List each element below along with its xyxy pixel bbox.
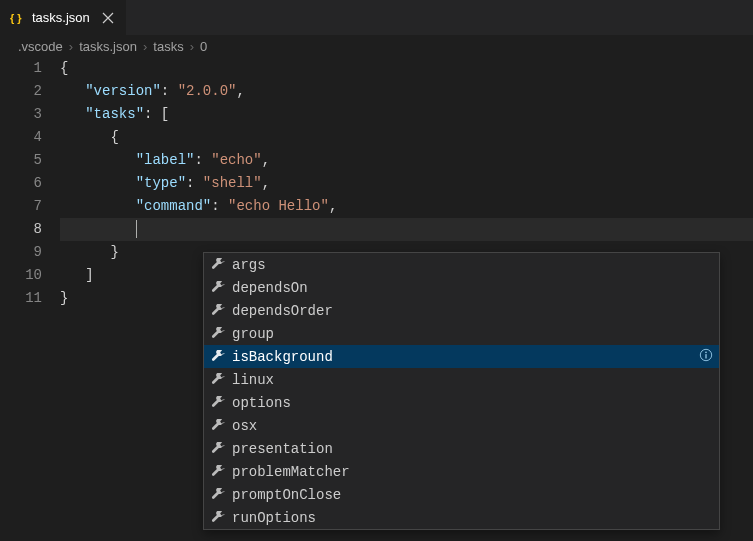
suggestion-item[interactable]: promptOnClose <box>204 483 719 506</box>
suggestion-label: isBackground <box>232 349 333 365</box>
editor-tab[interactable]: { } tasks.json <box>0 0 127 35</box>
wrench-icon <box>210 258 226 272</box>
code-line: { <box>60 126 753 149</box>
line-number: 8 <box>0 218 42 241</box>
code-line: "version": "2.0.0", <box>60 80 753 103</box>
line-number: 2 <box>0 80 42 103</box>
wrench-icon <box>210 327 226 341</box>
wrench-icon <box>210 511 226 525</box>
suggestion-label: presentation <box>232 441 333 457</box>
wrench-icon <box>210 281 226 295</box>
line-number: 1 <box>0 57 42 80</box>
code-line: "tasks": [ <box>60 103 753 126</box>
text-cursor <box>136 220 137 238</box>
line-number-gutter: 1234567891011 <box>0 57 60 310</box>
wrench-icon <box>210 304 226 318</box>
suggestion-item[interactable]: group <box>204 322 719 345</box>
suggestion-label: dependsOrder <box>232 303 333 319</box>
suggestion-item[interactable]: options <box>204 391 719 414</box>
line-number: 9 <box>0 241 42 264</box>
line-number: 5 <box>0 149 42 172</box>
suggestion-item[interactable]: dependsOrder <box>204 299 719 322</box>
svg-text:{ }: { } <box>10 12 22 24</box>
svg-point-2 <box>705 352 707 354</box>
chevron-right-icon: › <box>190 39 194 54</box>
line-number: 10 <box>0 264 42 287</box>
code-line: "label": "echo", <box>60 149 753 172</box>
suggestion-item[interactable]: problemMatcher <box>204 460 719 483</box>
tab-filename: tasks.json <box>32 10 90 25</box>
line-number: 3 <box>0 103 42 126</box>
suggestion-label: promptOnClose <box>232 487 341 503</box>
intellisense-suggest-widget[interactable]: argsdependsOndependsOrdergroupisBackgrou… <box>203 252 720 530</box>
code-line: "type": "shell", <box>60 172 753 195</box>
breadcrumb[interactable]: .vscode › tasks.json › tasks › 0 <box>0 35 753 57</box>
close-icon[interactable] <box>100 10 116 26</box>
chevron-right-icon: › <box>143 39 147 54</box>
suggestion-item[interactable]: presentation <box>204 437 719 460</box>
breadcrumb-segment[interactable]: .vscode <box>18 39 63 54</box>
suggestion-item[interactable]: osx <box>204 414 719 437</box>
breadcrumb-segment[interactable]: tasks.json <box>79 39 137 54</box>
wrench-icon <box>210 442 226 456</box>
breadcrumb-segment[interactable]: tasks <box>153 39 183 54</box>
code-line-active <box>60 218 753 241</box>
suggestion-label: runOptions <box>232 510 316 526</box>
suggestion-item[interactable]: runOptions <box>204 506 719 529</box>
line-number: 6 <box>0 172 42 195</box>
suggestion-item[interactable]: dependsOn <box>204 276 719 299</box>
suggestion-label: dependsOn <box>232 280 308 296</box>
suggestion-label: linux <box>232 372 274 388</box>
suggestion-label: group <box>232 326 274 342</box>
suggestion-label: problemMatcher <box>232 464 350 480</box>
code-line: "command": "echo Hello", <box>60 195 753 218</box>
wrench-icon <box>210 465 226 479</box>
suggestion-label: args <box>232 257 266 273</box>
svg-rect-3 <box>705 354 706 358</box>
wrench-icon <box>210 373 226 387</box>
suggestion-item[interactable]: isBackground <box>204 345 719 368</box>
wrench-icon <box>210 396 226 410</box>
suggestion-item[interactable]: linux <box>204 368 719 391</box>
chevron-right-icon: › <box>69 39 73 54</box>
line-number: 4 <box>0 126 42 149</box>
breadcrumb-segment[interactable]: 0 <box>200 39 207 54</box>
line-number: 7 <box>0 195 42 218</box>
wrench-icon <box>210 350 226 364</box>
wrench-icon <box>210 488 226 502</box>
suggestion-item[interactable]: args <box>204 253 719 276</box>
suggestion-label: osx <box>232 418 257 434</box>
code-line: { <box>60 57 753 80</box>
json-file-icon: { } <box>10 10 26 26</box>
suggestion-label: options <box>232 395 291 411</box>
wrench-icon <box>210 419 226 433</box>
line-number: 11 <box>0 287 42 310</box>
tab-bar: { } tasks.json <box>0 0 753 35</box>
info-icon[interactable] <box>699 348 713 365</box>
